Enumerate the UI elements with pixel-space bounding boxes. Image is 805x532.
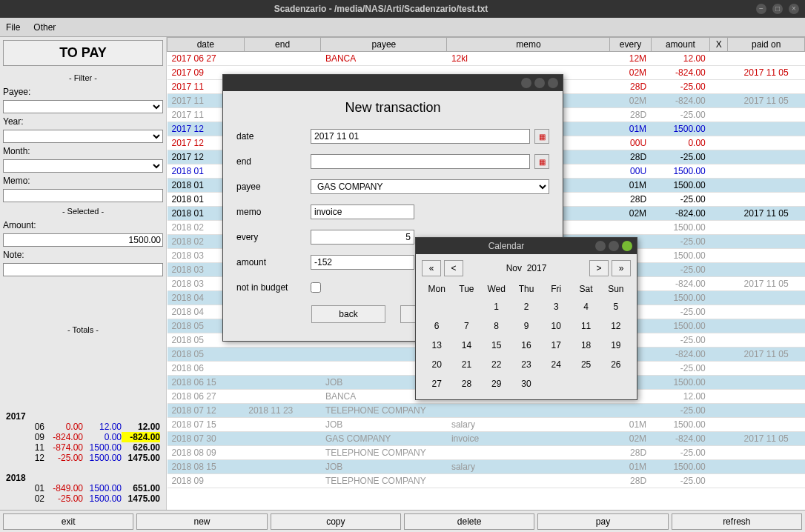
new-button[interactable]: new	[136, 513, 267, 530]
payee-select[interactable]: GAS COMPANY	[311, 179, 549, 194]
pay-button[interactable]: pay	[537, 513, 668, 530]
amount-label: amount	[236, 257, 311, 267]
totals-header: - Totals -	[3, 322, 163, 337]
end-input[interactable]	[311, 154, 530, 169]
month-select[interactable]	[3, 159, 163, 173]
memo-input[interactable]	[311, 205, 414, 219]
calendar-day[interactable]: 26	[601, 355, 631, 374]
dow-label: Tue	[451, 281, 481, 297]
cal-maximize-icon[interactable]	[609, 241, 619, 251]
calendar-day[interactable]: 13	[422, 336, 451, 355]
menubar: File Other	[0, 18, 805, 37]
calendar-day[interactable]: 6	[422, 316, 451, 336]
calendar-day[interactable]: 2	[511, 297, 541, 316]
close-icon[interactable]: ×	[789, 4, 799, 14]
prev-month-button[interactable]: <	[444, 260, 463, 276]
col-x[interactable]: X	[710, 38, 728, 52]
minimize-icon[interactable]: −	[756, 4, 766, 14]
calendar-dialog: Calendar « < Nov 2017 > » MonTueWedThuFr…	[415, 237, 637, 400]
calendar-day[interactable]: 8	[482, 316, 511, 336]
selected-header: - Selected -	[3, 204, 163, 219]
back-button[interactable]: back	[311, 305, 385, 323]
dow-label: Wed	[482, 281, 511, 297]
calendar-day[interactable]: 20	[422, 355, 451, 374]
delete-button[interactable]: delete	[404, 513, 534, 530]
calendar-day[interactable]: 18	[571, 336, 600, 355]
amount-input[interactable]	[311, 255, 414, 270]
menu-other[interactable]: Other	[33, 22, 56, 33]
payee-select[interactable]	[3, 100, 163, 113]
calendar-day[interactable]: 5	[601, 297, 631, 316]
memo-input[interactable]	[3, 189, 163, 202]
calendar-day[interactable]: 1	[482, 297, 511, 316]
month-label: Month:	[3, 146, 47, 156]
table-row[interactable]: 2018 07 15JOBsalary01M1500.00	[168, 418, 805, 432]
calendar-icon[interactable]: ▦	[534, 129, 549, 144]
col-payee[interactable]: payee	[321, 38, 447, 52]
calendar-day	[571, 374, 600, 393]
prev-year-button[interactable]: «	[422, 260, 441, 276]
calendar-day	[601, 374, 631, 393]
calendar-day[interactable]: 28	[451, 374, 481, 393]
col-every[interactable]: every	[610, 38, 651, 52]
cal-close-icon[interactable]	[622, 241, 632, 251]
every-input[interactable]	[311, 230, 414, 245]
col-amount[interactable]: amount	[651, 38, 710, 52]
menu-file[interactable]: File	[6, 22, 20, 33]
note-input[interactable]	[3, 263, 163, 276]
table-row[interactable]: 2018 07 30GAS COMPANYinvoice02M-824.0020…	[168, 432, 805, 446]
nib-checkbox[interactable]	[311, 280, 321, 295]
calendar-day[interactable]: 15	[482, 336, 511, 355]
col-paid[interactable]: paid on	[728, 38, 805, 52]
calendar-day	[451, 297, 481, 316]
date-input[interactable]	[311, 129, 530, 144]
calendar-day[interactable]: 27	[422, 374, 451, 393]
next-month-button[interactable]: >	[589, 260, 609, 276]
table-row[interactable]: 2017 06 27BANCA12kl12M12.00	[168, 52, 805, 66]
col-end[interactable]: end	[244, 38, 321, 52]
next-year-button[interactable]: »	[612, 260, 631, 276]
calendar-day[interactable]: 10	[541, 316, 571, 336]
calendar-day[interactable]: 4	[571, 297, 600, 316]
calendar-day[interactable]: 23	[511, 355, 541, 374]
dialog-close-icon[interactable]	[548, 78, 558, 88]
calendar-day[interactable]: 11	[571, 316, 600, 336]
calendar-day[interactable]: 14	[451, 336, 481, 355]
memo-label: memo	[236, 207, 311, 217]
calendar-day[interactable]: 12	[601, 316, 631, 336]
exit-button[interactable]: exit	[3, 513, 133, 530]
cal-minimize-icon[interactable]	[595, 241, 606, 251]
window-titlebar: Scadenzario - /media/NAS/Arti/Scadenzari…	[0, 0, 805, 18]
dialog-maximize-icon[interactable]	[534, 78, 545, 88]
calendar-day[interactable]: 16	[511, 336, 541, 355]
calendar-day[interactable]: 9	[511, 316, 541, 336]
calendar-day	[422, 297, 451, 316]
col-date[interactable]: date	[168, 38, 245, 52]
copy-button[interactable]: copy	[271, 513, 401, 530]
calendar-day[interactable]: 7	[451, 316, 481, 336]
maximize-icon[interactable]: □	[772, 4, 783, 14]
table-row[interactable]: 2018 08 09TELEPHONE COMPANY28D-25.00	[168, 446, 805, 460]
calendar-day[interactable]: 3	[541, 297, 571, 316]
every-label: every	[236, 232, 311, 242]
calendar-day[interactable]: 17	[541, 336, 571, 355]
table-row[interactable]: 2018 09TELEPHONE COMPANY28D-25.00	[168, 474, 805, 488]
calendar-day[interactable]: 22	[482, 355, 511, 374]
col-memo[interactable]: memo	[447, 38, 610, 52]
table-row[interactable]: 2018 07 122018 11 23TELEPHONE COMPANY-25…	[168, 404, 805, 418]
calendar-day	[541, 374, 571, 393]
refresh-button[interactable]: refresh	[672, 513, 802, 530]
table-row[interactable]: 2018 08 15JOBsalary01M1500.00	[168, 460, 805, 474]
calendar-icon[interactable]: ▦	[534, 154, 549, 169]
amount-label: Amount:	[3, 220, 47, 230]
calendar-day[interactable]: 30	[511, 374, 541, 393]
year-select[interactable]	[3, 130, 163, 143]
calendar-day[interactable]: 24	[541, 355, 571, 374]
payee-label: payee	[236, 182, 311, 192]
calendar-day[interactable]: 21	[451, 355, 481, 374]
calendar-day[interactable]: 29	[482, 374, 511, 393]
amount-input[interactable]	[3, 233, 163, 247]
calendar-day[interactable]: 25	[571, 355, 600, 374]
dialog-minimize-icon[interactable]	[521, 78, 531, 88]
calendar-day[interactable]: 19	[601, 336, 631, 355]
